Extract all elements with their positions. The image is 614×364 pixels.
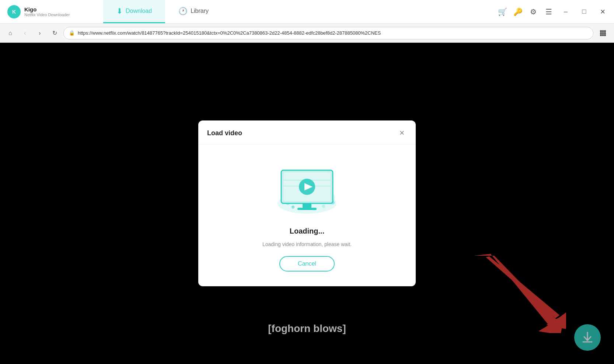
url-bar[interactable]: 🔒 https://www.netflix.com/watch/81487765… xyxy=(63,27,593,39)
menu-button[interactable]: ☰ xyxy=(542,5,556,19)
maximize-button[interactable]: □ xyxy=(576,5,593,19)
url-text: https://www.netflix.com/watch/81487765?t… xyxy=(78,30,588,36)
loading-title: Loading... xyxy=(290,227,324,235)
settings-button[interactable]: ⚙ xyxy=(526,5,540,19)
modal-overlay: Load video ✕ xyxy=(0,43,614,364)
modal-title: Load video xyxy=(207,129,242,137)
modal-close-button[interactable]: ✕ xyxy=(397,128,407,138)
svg-rect-8 xyxy=(604,34,606,36)
svg-rect-7 xyxy=(602,34,604,36)
svg-rect-2 xyxy=(604,30,606,32)
svg-point-24 xyxy=(292,206,294,209)
lock-icon: 🔒 xyxy=(69,30,75,36)
svg-rect-3 xyxy=(600,32,602,34)
modal-header: Load video ✕ xyxy=(198,120,416,144)
svg-rect-22 xyxy=(303,203,311,209)
app-logo: K Kigo Netflix Video Downloader xyxy=(0,5,103,18)
close-icon: ✕ xyxy=(399,129,405,137)
close-button[interactable]: ✕ xyxy=(594,5,611,19)
nav-tabs: ⬇ Download 🕐 Library xyxy=(103,0,222,23)
svg-rect-23 xyxy=(297,208,317,210)
svg-rect-6 xyxy=(600,34,602,36)
svg-rect-0 xyxy=(600,30,602,32)
library-tab-icon: 🕐 xyxy=(178,7,188,15)
main-content: [foghorn blows] Load video ✕ xyxy=(0,43,614,364)
address-bar: ⌂ ‹ › ↻ 🔒 https://www.netflix.com/watch/… xyxy=(0,24,614,43)
svg-rect-4 xyxy=(602,32,604,34)
forward-button[interactable]: › xyxy=(34,27,46,39)
monitor-illustration xyxy=(270,159,344,218)
extensions-button[interactable] xyxy=(596,27,610,39)
tab-download[interactable]: ⬇ Download xyxy=(103,0,165,23)
refresh-button[interactable]: ↻ xyxy=(49,27,60,39)
cart-button[interactable]: 🛒 xyxy=(495,5,509,19)
back-button[interactable]: ‹ xyxy=(19,27,31,39)
app-name: Kigo xyxy=(24,6,70,13)
minimize-button[interactable]: – xyxy=(557,5,574,19)
tab-library-label: Library xyxy=(191,8,209,14)
loading-subtitle: Loading video information, please wait. xyxy=(262,241,352,247)
window-controls: 🛒 🔑 ⚙ ☰ – □ ✕ xyxy=(495,5,614,19)
title-bar: K Kigo Netflix Video Downloader ⬇ Downlo… xyxy=(0,0,614,24)
key-button[interactable]: 🔑 xyxy=(511,5,525,19)
home-button[interactable]: ⌂ xyxy=(4,27,16,39)
app-subtitle: Netflix Video Downloader xyxy=(24,13,70,17)
svg-rect-5 xyxy=(604,32,606,34)
svg-rect-1 xyxy=(602,30,604,32)
cancel-button[interactable]: Cancel xyxy=(279,256,335,272)
download-tab-icon: ⬇ xyxy=(116,7,123,15)
tab-library[interactable]: 🕐 Library xyxy=(165,0,222,23)
svg-point-25 xyxy=(322,204,325,208)
load-video-modal: Load video ✕ xyxy=(198,120,416,286)
app-icon: K xyxy=(7,5,21,18)
tab-download-label: Download xyxy=(126,8,152,14)
modal-body: Loading... Loading video information, pl… xyxy=(198,144,416,286)
